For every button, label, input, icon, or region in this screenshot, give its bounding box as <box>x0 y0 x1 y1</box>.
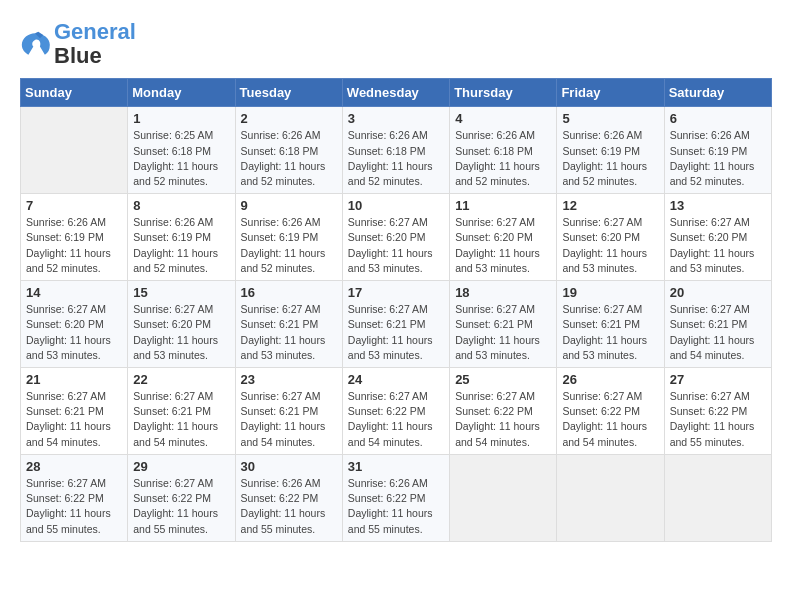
day-info: Sunrise: 6:26 AM Sunset: 6:19 PM Dayligh… <box>562 128 658 189</box>
day-number: 20 <box>670 285 766 300</box>
day-number: 21 <box>26 372 122 387</box>
calendar-cell <box>450 454 557 541</box>
day-info: Sunrise: 6:27 AM Sunset: 6:20 PM Dayligh… <box>562 215 658 276</box>
page-header: General Blue <box>20 20 772 68</box>
day-number: 27 <box>670 372 766 387</box>
day-info: Sunrise: 6:26 AM Sunset: 6:22 PM Dayligh… <box>348 476 444 537</box>
day-info: Sunrise: 6:27 AM Sunset: 6:22 PM Dayligh… <box>670 389 766 450</box>
day-number: 30 <box>241 459 337 474</box>
day-number: 13 <box>670 198 766 213</box>
day-info: Sunrise: 6:26 AM Sunset: 6:19 PM Dayligh… <box>26 215 122 276</box>
day-info: Sunrise: 6:26 AM Sunset: 6:18 PM Dayligh… <box>348 128 444 189</box>
calendar-cell: 7Sunrise: 6:26 AM Sunset: 6:19 PM Daylig… <box>21 194 128 281</box>
calendar-cell: 10Sunrise: 6:27 AM Sunset: 6:20 PM Dayli… <box>342 194 449 281</box>
weekday-header: Saturday <box>664 79 771 107</box>
calendar-cell: 21Sunrise: 6:27 AM Sunset: 6:21 PM Dayli… <box>21 368 128 455</box>
calendar-cell: 14Sunrise: 6:27 AM Sunset: 6:20 PM Dayli… <box>21 281 128 368</box>
weekday-header: Thursday <box>450 79 557 107</box>
day-info: Sunrise: 6:27 AM Sunset: 6:21 PM Dayligh… <box>241 389 337 450</box>
calendar-cell: 12Sunrise: 6:27 AM Sunset: 6:20 PM Dayli… <box>557 194 664 281</box>
day-number: 17 <box>348 285 444 300</box>
calendar-cell: 19Sunrise: 6:27 AM Sunset: 6:21 PM Dayli… <box>557 281 664 368</box>
calendar-cell: 18Sunrise: 6:27 AM Sunset: 6:21 PM Dayli… <box>450 281 557 368</box>
calendar-cell: 27Sunrise: 6:27 AM Sunset: 6:22 PM Dayli… <box>664 368 771 455</box>
day-number: 26 <box>562 372 658 387</box>
day-number: 1 <box>133 111 229 126</box>
logo-text: General Blue <box>54 20 136 68</box>
calendar-cell: 1Sunrise: 6:25 AM Sunset: 6:18 PM Daylig… <box>128 107 235 194</box>
day-info: Sunrise: 6:27 AM Sunset: 6:20 PM Dayligh… <box>348 215 444 276</box>
day-info: Sunrise: 6:27 AM Sunset: 6:20 PM Dayligh… <box>455 215 551 276</box>
day-info: Sunrise: 6:27 AM Sunset: 6:21 PM Dayligh… <box>455 302 551 363</box>
day-number: 3 <box>348 111 444 126</box>
calendar-cell: 25Sunrise: 6:27 AM Sunset: 6:22 PM Dayli… <box>450 368 557 455</box>
calendar-cell: 16Sunrise: 6:27 AM Sunset: 6:21 PM Dayli… <box>235 281 342 368</box>
day-number: 7 <box>26 198 122 213</box>
day-info: Sunrise: 6:26 AM Sunset: 6:19 PM Dayligh… <box>670 128 766 189</box>
day-info: Sunrise: 6:26 AM Sunset: 6:19 PM Dayligh… <box>133 215 229 276</box>
day-info: Sunrise: 6:26 AM Sunset: 6:19 PM Dayligh… <box>241 215 337 276</box>
calendar-cell: 8Sunrise: 6:26 AM Sunset: 6:19 PM Daylig… <box>128 194 235 281</box>
day-number: 22 <box>133 372 229 387</box>
calendar-table: SundayMondayTuesdayWednesdayThursdayFrid… <box>20 78 772 541</box>
calendar-cell: 4Sunrise: 6:26 AM Sunset: 6:18 PM Daylig… <box>450 107 557 194</box>
calendar-week-row: 21Sunrise: 6:27 AM Sunset: 6:21 PM Dayli… <box>21 368 772 455</box>
calendar-week-row: 28Sunrise: 6:27 AM Sunset: 6:22 PM Dayli… <box>21 454 772 541</box>
calendar-cell: 24Sunrise: 6:27 AM Sunset: 6:22 PM Dayli… <box>342 368 449 455</box>
calendar-cell: 17Sunrise: 6:27 AM Sunset: 6:21 PM Dayli… <box>342 281 449 368</box>
day-number: 10 <box>348 198 444 213</box>
day-number: 25 <box>455 372 551 387</box>
calendar-cell: 20Sunrise: 6:27 AM Sunset: 6:21 PM Dayli… <box>664 281 771 368</box>
day-number: 16 <box>241 285 337 300</box>
weekday-header: Wednesday <box>342 79 449 107</box>
day-info: Sunrise: 6:26 AM Sunset: 6:22 PM Dayligh… <box>241 476 337 537</box>
weekday-header: Friday <box>557 79 664 107</box>
logo-icon <box>20 30 50 58</box>
day-info: Sunrise: 6:25 AM Sunset: 6:18 PM Dayligh… <box>133 128 229 189</box>
day-number: 29 <box>133 459 229 474</box>
calendar-cell: 2Sunrise: 6:26 AM Sunset: 6:18 PM Daylig… <box>235 107 342 194</box>
day-info: Sunrise: 6:27 AM Sunset: 6:22 PM Dayligh… <box>455 389 551 450</box>
calendar-cell: 11Sunrise: 6:27 AM Sunset: 6:20 PM Dayli… <box>450 194 557 281</box>
day-info: Sunrise: 6:27 AM Sunset: 6:21 PM Dayligh… <box>26 389 122 450</box>
calendar-week-row: 1Sunrise: 6:25 AM Sunset: 6:18 PM Daylig… <box>21 107 772 194</box>
calendar-cell: 28Sunrise: 6:27 AM Sunset: 6:22 PM Dayli… <box>21 454 128 541</box>
calendar-cell: 9Sunrise: 6:26 AM Sunset: 6:19 PM Daylig… <box>235 194 342 281</box>
day-info: Sunrise: 6:27 AM Sunset: 6:21 PM Dayligh… <box>348 302 444 363</box>
calendar-cell: 30Sunrise: 6:26 AM Sunset: 6:22 PM Dayli… <box>235 454 342 541</box>
calendar-cell: 13Sunrise: 6:27 AM Sunset: 6:20 PM Dayli… <box>664 194 771 281</box>
calendar-cell: 31Sunrise: 6:26 AM Sunset: 6:22 PM Dayli… <box>342 454 449 541</box>
calendar-cell: 29Sunrise: 6:27 AM Sunset: 6:22 PM Dayli… <box>128 454 235 541</box>
day-number: 4 <box>455 111 551 126</box>
calendar-cell: 6Sunrise: 6:26 AM Sunset: 6:19 PM Daylig… <box>664 107 771 194</box>
weekday-header: Tuesday <box>235 79 342 107</box>
calendar-cell <box>21 107 128 194</box>
day-number: 24 <box>348 372 444 387</box>
calendar-header-row: SundayMondayTuesdayWednesdayThursdayFrid… <box>21 79 772 107</box>
day-number: 8 <box>133 198 229 213</box>
day-info: Sunrise: 6:27 AM Sunset: 6:21 PM Dayligh… <box>241 302 337 363</box>
day-number: 5 <box>562 111 658 126</box>
day-info: Sunrise: 6:27 AM Sunset: 6:22 PM Dayligh… <box>133 476 229 537</box>
weekday-header: Sunday <box>21 79 128 107</box>
calendar-cell <box>557 454 664 541</box>
day-info: Sunrise: 6:27 AM Sunset: 6:21 PM Dayligh… <box>133 389 229 450</box>
day-number: 14 <box>26 285 122 300</box>
day-info: Sunrise: 6:27 AM Sunset: 6:20 PM Dayligh… <box>133 302 229 363</box>
day-number: 15 <box>133 285 229 300</box>
calendar-cell: 5Sunrise: 6:26 AM Sunset: 6:19 PM Daylig… <box>557 107 664 194</box>
calendar-cell: 22Sunrise: 6:27 AM Sunset: 6:21 PM Dayli… <box>128 368 235 455</box>
calendar-cell: 3Sunrise: 6:26 AM Sunset: 6:18 PM Daylig… <box>342 107 449 194</box>
day-info: Sunrise: 6:27 AM Sunset: 6:22 PM Dayligh… <box>26 476 122 537</box>
weekday-header: Monday <box>128 79 235 107</box>
calendar-week-row: 14Sunrise: 6:27 AM Sunset: 6:20 PM Dayli… <box>21 281 772 368</box>
day-info: Sunrise: 6:27 AM Sunset: 6:21 PM Dayligh… <box>562 302 658 363</box>
day-number: 11 <box>455 198 551 213</box>
day-number: 6 <box>670 111 766 126</box>
calendar-week-row: 7Sunrise: 6:26 AM Sunset: 6:19 PM Daylig… <box>21 194 772 281</box>
logo: General Blue <box>20 20 136 68</box>
day-number: 31 <box>348 459 444 474</box>
day-info: Sunrise: 6:26 AM Sunset: 6:18 PM Dayligh… <box>455 128 551 189</box>
day-number: 28 <box>26 459 122 474</box>
day-number: 18 <box>455 285 551 300</box>
